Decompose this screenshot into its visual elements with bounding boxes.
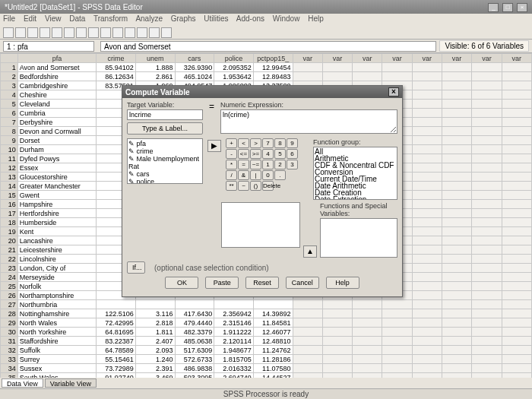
cell-empty[interactable] bbox=[412, 227, 442, 236]
cell-empty[interactable] bbox=[293, 309, 322, 318]
cell-empty[interactable] bbox=[502, 245, 531, 255]
column-header[interactable]: pfa bbox=[17, 54, 96, 63]
cell-pfa[interactable]: Staffordshire bbox=[17, 337, 96, 346]
cell-cars[interactable]: 485.0638 bbox=[175, 337, 214, 346]
column-header[interactable]: var bbox=[442, 54, 471, 63]
cell-empty[interactable] bbox=[442, 337, 471, 346]
toolbar-icon[interactable] bbox=[3, 27, 14, 38]
cell-empty[interactable] bbox=[293, 318, 322, 328]
toolbar-icon[interactable] bbox=[125, 27, 135, 38]
cell-crime[interactable]: 86.12634 bbox=[97, 72, 136, 81]
row-header[interactable]: 24 bbox=[1, 273, 18, 282]
menu-file[interactable]: File bbox=[3, 14, 15, 23]
move-up-button[interactable]: ▲ bbox=[303, 245, 317, 258]
cell-empty[interactable] bbox=[502, 218, 531, 227]
toolbar-icon[interactable] bbox=[112, 27, 123, 38]
cell-pfa[interactable]: Gloucestorshire bbox=[17, 173, 96, 182]
cell-pfa[interactable]: Northumbria bbox=[17, 300, 96, 309]
cell-empty[interactable] bbox=[353, 309, 382, 318]
row-header[interactable]: 14 bbox=[1, 182, 18, 191]
column-header[interactable]: var bbox=[382, 54, 412, 63]
row-header[interactable]: 9 bbox=[1, 136, 18, 145]
cell-empty[interactable] bbox=[382, 346, 412, 355]
cell-empty[interactable] bbox=[382, 309, 412, 318]
cell-empty[interactable] bbox=[472, 236, 502, 245]
row-header[interactable]: 28 bbox=[1, 309, 18, 318]
cell-pfa[interactable]: Dorset bbox=[17, 136, 96, 145]
cell-empty[interactable] bbox=[353, 346, 382, 355]
cell-empty[interactable] bbox=[502, 337, 531, 346]
row-header[interactable]: 10 bbox=[1, 145, 18, 154]
cell-empty[interactable] bbox=[412, 63, 442, 72]
cell-empty[interactable] bbox=[472, 291, 502, 300]
row-header[interactable]: 11 bbox=[1, 154, 18, 163]
cell-pfa[interactable]: Bedfordshire bbox=[17, 72, 96, 81]
cell-pfa[interactable]: Essex bbox=[17, 163, 96, 173]
cell-value[interactable]: Avon and Somerset bbox=[100, 41, 436, 52]
cell-pfa[interactable]: Gwent bbox=[17, 191, 96, 200]
toolbar-icon[interactable] bbox=[27, 27, 38, 38]
cell-crime[interactable] bbox=[97, 300, 136, 309]
cell-empty[interactable] bbox=[412, 100, 442, 109]
cell-pct[interactable]: 11.24762 bbox=[253, 346, 293, 355]
toolbar-icon[interactable] bbox=[52, 27, 62, 38]
cell-empty[interactable] bbox=[442, 309, 471, 318]
cell-empty[interactable] bbox=[322, 318, 352, 328]
cell-unem[interactable] bbox=[135, 300, 175, 309]
cell-empty[interactable] bbox=[442, 145, 471, 154]
reset-button[interactable]: Reset bbox=[245, 277, 279, 289]
row-header[interactable]: 23 bbox=[1, 264, 18, 273]
cell-pfa[interactable]: Northamptonshire bbox=[17, 291, 96, 300]
row-header[interactable]: 18 bbox=[1, 218, 18, 227]
cell-empty[interactable] bbox=[442, 236, 471, 245]
row-header[interactable]: 7 bbox=[1, 118, 18, 127]
cell-pfa[interactable]: Humberside bbox=[17, 218, 96, 227]
cell-empty[interactable] bbox=[472, 163, 502, 173]
dialog-titlebar[interactable]: Compute Variable × bbox=[122, 86, 402, 98]
cell-empty[interactable] bbox=[442, 173, 471, 182]
cell-pfa[interactable]: Derbyshire bbox=[17, 118, 96, 127]
cell-cars[interactable] bbox=[175, 300, 214, 309]
cell-pfa[interactable]: Hertfordshire bbox=[17, 209, 96, 218]
cell-empty[interactable] bbox=[502, 90, 531, 100]
cell-empty[interactable] bbox=[502, 136, 531, 145]
cell-pfa[interactable]: Lincolnshire bbox=[17, 255, 96, 264]
cell-empty[interactable] bbox=[472, 209, 502, 218]
cell-cars[interactable]: 572.6733 bbox=[175, 355, 214, 364]
cell-empty[interactable] bbox=[472, 63, 502, 72]
row-header[interactable]: 12 bbox=[1, 163, 18, 173]
cell-pfa[interactable]: London, City of bbox=[17, 264, 96, 273]
cell-pfa[interactable]: North Yorkshire bbox=[17, 328, 96, 337]
column-header[interactable]: crime bbox=[97, 54, 136, 63]
cell-empty[interactable] bbox=[322, 364, 352, 373]
cell-cars[interactable]: 479.4440 bbox=[175, 318, 214, 328]
keypad-key[interactable]: 4 bbox=[262, 149, 274, 159]
cell-empty[interactable] bbox=[442, 191, 471, 200]
cell-cars[interactable]: 417.6430 bbox=[175, 309, 214, 318]
menu-window[interactable]: Window bbox=[273, 14, 300, 23]
cell-empty[interactable] bbox=[412, 81, 442, 90]
cell-empty[interactable] bbox=[412, 364, 442, 373]
cell-crime[interactable]: 83.22387 bbox=[97, 337, 136, 346]
column-header[interactable]: var bbox=[472, 54, 502, 63]
column-header[interactable]: var bbox=[412, 54, 442, 63]
cell-pfa[interactable]: Devon and Cornwall bbox=[17, 127, 96, 136]
cell-empty[interactable] bbox=[412, 209, 442, 218]
cell-empty[interactable] bbox=[502, 118, 531, 127]
cell-empty[interactable] bbox=[412, 72, 442, 81]
cell-empty[interactable] bbox=[502, 328, 531, 337]
row-header[interactable]: 30 bbox=[1, 328, 18, 337]
cell-empty[interactable] bbox=[502, 127, 531, 136]
menu-transform[interactable]: Transform bbox=[93, 14, 128, 23]
cell-empty[interactable] bbox=[472, 191, 502, 200]
cell-pfa[interactable]: Suffolk bbox=[17, 346, 96, 355]
cell-empty[interactable] bbox=[382, 63, 412, 72]
cell-empty[interactable] bbox=[412, 182, 442, 191]
column-header[interactable]: unem bbox=[135, 54, 175, 63]
cell-pfa[interactable]: Durham bbox=[17, 145, 96, 154]
cell-empty[interactable] bbox=[502, 300, 531, 309]
cell-unem[interactable]: 2.861 bbox=[135, 72, 175, 81]
cell-empty[interactable] bbox=[472, 346, 502, 355]
cell-empty[interactable] bbox=[472, 227, 502, 236]
cell-empty[interactable] bbox=[442, 291, 471, 300]
